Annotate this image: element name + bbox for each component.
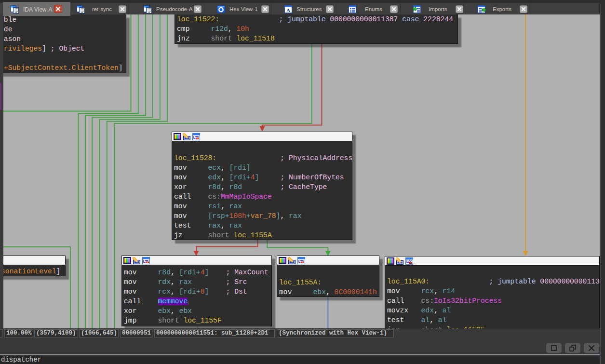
svg-text:A: A [286,7,290,13]
